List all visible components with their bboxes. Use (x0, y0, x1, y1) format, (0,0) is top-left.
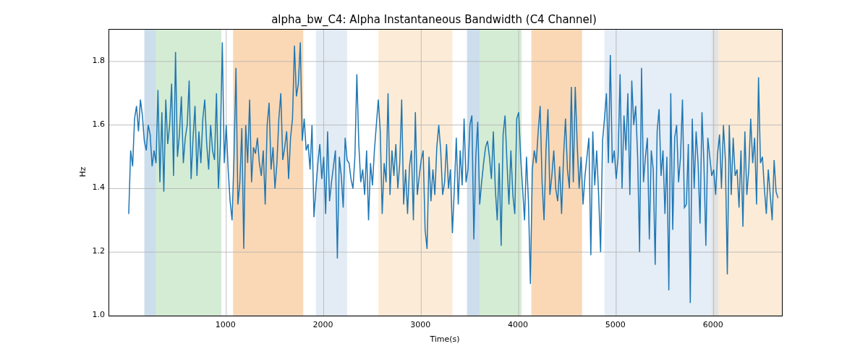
background-region (145, 30, 156, 316)
background-region (316, 30, 347, 316)
background-region (156, 30, 221, 316)
y-tick-label: 1.4 (83, 182, 105, 192)
x-tick-label: 2000 (302, 320, 345, 329)
x-tick-label: 3000 (399, 320, 442, 329)
x-tick-label: 6000 (692, 320, 735, 329)
y-tick-label: 1.0 (83, 310, 105, 319)
background-region (718, 30, 782, 316)
y-tick-label: 1.2 (83, 246, 105, 256)
figure: alpha_bw_C4: Alpha Instantaneous Bandwid… (0, 0, 868, 362)
background-region (467, 30, 480, 316)
y-axis-label: Hz (78, 29, 90, 315)
y-tick-label: 1.6 (83, 119, 105, 129)
plot-area (109, 29, 783, 316)
plot-svg (109, 30, 782, 316)
background-region (233, 30, 303, 316)
chart-title: alpha_bw_C4: Alpha Instantaneous Bandwid… (0, 13, 868, 26)
background-region (532, 30, 582, 316)
x-tick-label: 1000 (204, 320, 247, 329)
background-region (605, 30, 712, 316)
y-tick-label: 1.8 (83, 56, 105, 65)
x-tick-label: 4000 (496, 320, 540, 329)
x-tick-label: 5000 (594, 320, 637, 329)
x-axis-label: Time(s) (109, 334, 781, 344)
